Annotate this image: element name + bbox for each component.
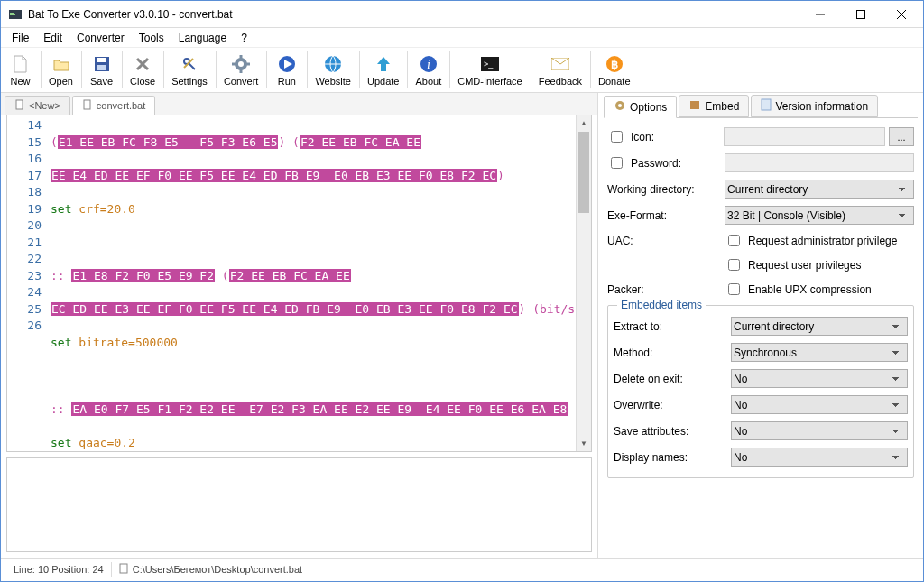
menu-tools[interactable]: Tools xyxy=(132,30,171,46)
exeformat-select[interactable]: 32 Bit | Console (Visible) xyxy=(725,206,914,225)
tools-icon xyxy=(181,54,198,74)
svg-marker-24 xyxy=(377,57,390,71)
dispnames-label: Display names: xyxy=(614,451,731,464)
save-button[interactable]: Save xyxy=(82,48,122,92)
workdir-select[interactable]: Current directory xyxy=(725,180,914,199)
gear-small-icon xyxy=(614,99,626,115)
line-gutter: 14151617181920212223242526 xyxy=(7,115,47,451)
folder-open-icon xyxy=(52,54,70,74)
file-path: C:\Users\Бегемот\Desktop\convert.bat xyxy=(112,563,310,576)
editor-pane: <New> convert.bat 1415161718192021222324… xyxy=(1,93,598,558)
options-panel: Options Embed Version information Icon: … xyxy=(598,93,923,558)
cmd-button[interactable]: >_CMD-Interface xyxy=(450,48,531,92)
upx-checkbox[interactable] xyxy=(728,283,740,295)
envelope-icon xyxy=(551,54,569,74)
dispnames-select[interactable]: No xyxy=(731,448,908,467)
icon-checkbox[interactable] xyxy=(611,131,623,143)
menu-file[interactable]: File xyxy=(5,30,36,46)
toolbar: New Open Save Close Settings Convert Run… xyxy=(1,48,923,93)
options-tabbar: Options Embed Version information xyxy=(604,97,918,118)
info-icon: i xyxy=(420,54,438,74)
exeformat-label: Exe-Format: xyxy=(607,209,725,222)
svg-rect-33 xyxy=(84,100,90,109)
close-tool-button[interactable]: Close xyxy=(123,48,163,92)
document-small-icon xyxy=(119,563,129,576)
extract-select[interactable]: Current directory xyxy=(731,317,908,336)
uac-user-checkbox[interactable] xyxy=(728,259,740,271)
code-area[interactable]: (E1 EE EB FC F8 E5 – F5 F3 E6 E5) (F2 EE… xyxy=(47,115,576,451)
scroll-up-icon[interactable]: ▲ xyxy=(577,115,591,131)
tab-embed[interactable]: Embed xyxy=(679,95,749,117)
tab-options[interactable]: Options xyxy=(604,96,677,118)
svg-text:฿: ฿ xyxy=(611,58,618,71)
document-icon xyxy=(14,99,25,112)
extract-label: Extract to: xyxy=(614,320,731,333)
svg-rect-37 xyxy=(762,99,771,110)
arrow-up-icon xyxy=(375,54,392,74)
method-label: Method: xyxy=(614,346,731,359)
feedback-button[interactable]: Feedback xyxy=(531,48,590,92)
delete-select[interactable]: No xyxy=(731,369,908,388)
options-form: Icon: ... Password: Working directory: C… xyxy=(604,118,918,487)
menubar: File Edit Converter Tools Language ? xyxy=(1,28,923,48)
about-button[interactable]: iAbout xyxy=(408,48,449,92)
close-button[interactable] xyxy=(881,1,921,27)
settings-button[interactable]: Settings xyxy=(164,48,216,92)
output-pane[interactable] xyxy=(6,457,592,552)
packer-label: Packer: xyxy=(607,283,725,296)
svg-point-35 xyxy=(618,104,622,107)
password-label: Password: xyxy=(631,157,681,170)
password-checkbox[interactable] xyxy=(611,157,623,169)
menu-converter[interactable]: Converter xyxy=(69,30,132,46)
tab-version[interactable]: Version information xyxy=(751,95,878,117)
icon-browse-button[interactable]: ... xyxy=(889,127,914,146)
menu-language[interactable]: Language xyxy=(171,30,234,46)
maximize-button[interactable] xyxy=(840,1,881,27)
password-field[interactable] xyxy=(725,153,914,172)
update-button[interactable]: Update xyxy=(360,48,407,92)
svg-rect-38 xyxy=(120,564,127,573)
svg-text:>_: >_ xyxy=(484,60,494,69)
svg-rect-9 xyxy=(97,65,106,70)
gear-icon xyxy=(232,54,250,74)
statusbar: Line: 10 Position: 24 C:\Users\Бегемот\D… xyxy=(1,558,923,579)
minimize-button[interactable] xyxy=(799,1,840,27)
saveattr-select[interactable]: No xyxy=(731,421,908,440)
svg-rect-8 xyxy=(97,58,106,62)
svg-text:i: i xyxy=(427,58,430,71)
play-icon xyxy=(278,54,296,74)
convert-button[interactable]: Convert xyxy=(217,48,267,92)
overwrite-label: Overwrite: xyxy=(614,399,731,411)
globe-icon xyxy=(324,54,342,74)
vertical-scrollbar[interactable]: ▲ ▼ xyxy=(576,115,591,451)
saveattr-label: Save attributes: xyxy=(614,425,731,438)
cursor-position: Line: 10 Position: 24 xyxy=(6,564,111,575)
run-button[interactable]: Run xyxy=(267,48,307,92)
terminal-icon: >_ xyxy=(481,54,499,74)
file-new-icon xyxy=(13,54,29,74)
document-icon xyxy=(82,99,93,112)
file-tab-active[interactable]: convert.bat xyxy=(72,96,155,115)
website-button[interactable]: Website xyxy=(308,48,359,92)
window-title: Bat To Exe Converter v3.0.10 - convert.b… xyxy=(28,8,799,21)
svg-rect-32 xyxy=(16,100,23,109)
open-button[interactable]: Open xyxy=(42,48,81,92)
uac-admin-checkbox[interactable] xyxy=(728,235,740,246)
icon-field[interactable] xyxy=(724,127,885,146)
scroll-thumb[interactable] xyxy=(578,132,589,213)
workdir-label: Working directory: xyxy=(607,183,725,196)
editor[interactable]: 14151617181920212223242526 (E1 EE EB FC … xyxy=(6,115,592,452)
package-icon xyxy=(688,98,701,114)
menu-edit[interactable]: Edit xyxy=(36,30,69,46)
file-tab-new[interactable]: <New> xyxy=(5,96,70,115)
new-button[interactable]: New xyxy=(1,48,41,92)
menu-help[interactable]: ? xyxy=(234,30,254,46)
svg-line-13 xyxy=(189,63,195,69)
embedded-fieldset: Embedded items Extract to:Current direct… xyxy=(607,305,914,478)
overwrite-select[interactable]: No xyxy=(731,395,908,414)
svg-point-16 xyxy=(238,61,244,67)
method-select[interactable]: Synchronous xyxy=(731,343,908,362)
scroll-down-icon[interactable]: ▼ xyxy=(577,436,591,451)
donate-button[interactable]: ฿Donate xyxy=(591,48,638,92)
svg-rect-4 xyxy=(856,10,864,18)
